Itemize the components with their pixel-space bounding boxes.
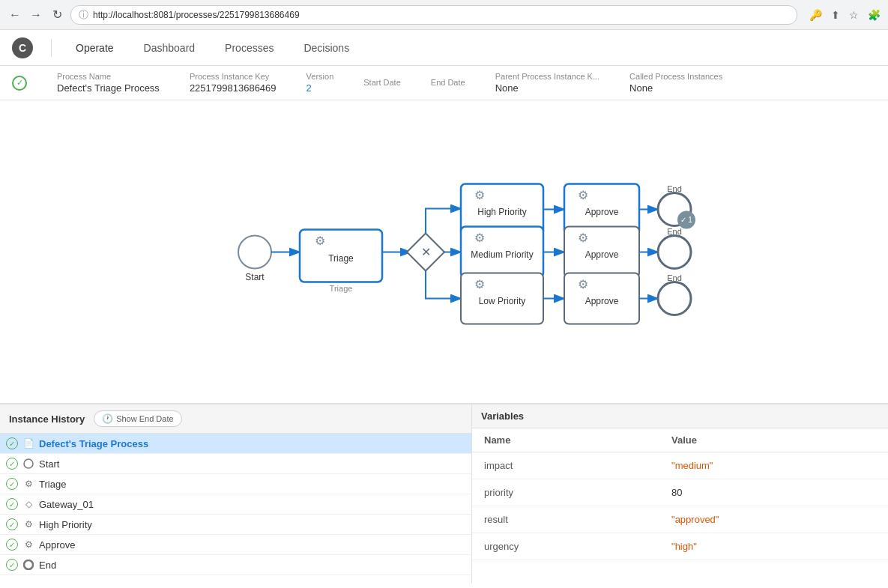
history-status-high: ✓ xyxy=(6,518,18,530)
history-name-start: Start xyxy=(39,458,59,470)
var-name-priority: priority xyxy=(472,479,659,506)
var-value-urgency: "high" xyxy=(659,533,888,560)
history-name-high: High Priority xyxy=(39,519,92,530)
bpmn-diagram-area: Start ⚙ Triage Triage ✕ ⚙ xyxy=(0,100,888,404)
show-end-date-button[interactable]: 🕐 Show End Date xyxy=(94,410,181,427)
var-row-urgency: urgency "high" xyxy=(472,533,888,560)
process-status-icon: ✓ xyxy=(12,76,27,91)
star-icon[interactable]: ☆ xyxy=(849,9,859,21)
approve-low-gear-icon: ⚙ xyxy=(578,278,588,291)
extension-icon[interactable]: 🧩 xyxy=(868,9,881,21)
history-item-triage[interactable]: ✓ ⚙ Triage xyxy=(0,474,471,494)
nav-divider xyxy=(51,39,52,57)
process-name-group: Process Name Defect's Triage Process xyxy=(57,72,160,94)
bottom-panel: Instance History 🕐 Show End Date ✓ 📄 Def… xyxy=(0,404,888,584)
svg-point-2 xyxy=(24,459,33,468)
history-name-end: End xyxy=(39,560,56,571)
history-item-high-priority[interactable]: ✓ ⚙ High Priority xyxy=(0,515,471,535)
var-value-impact: "medium" xyxy=(659,452,888,479)
history-icon-approve: ⚙ xyxy=(22,539,34,551)
history-status-end: ✓ xyxy=(6,559,18,571)
main-content: Start ⚙ Triage Triage ✕ ⚙ xyxy=(0,100,888,584)
nav-dashboard[interactable]: Dashboard xyxy=(138,39,202,57)
history-item-gateway[interactable]: ✓ ◇ Gateway_01 xyxy=(0,494,471,515)
history-name-gateway: Gateway_01 xyxy=(39,499,94,510)
var-value-priority: 80 xyxy=(659,479,888,506)
instance-history-title: Instance History xyxy=(9,413,85,425)
flow-gateway-high xyxy=(426,209,461,234)
nav-operate[interactable]: Operate xyxy=(70,39,120,57)
variables-title: Variables xyxy=(481,410,524,422)
variables-panel: Variables Name Value impact "medium" pri… xyxy=(472,404,888,584)
high-gear-icon: ⚙ xyxy=(474,189,485,201)
history-icon-root: 📄 xyxy=(22,437,34,449)
var-col-value: Value xyxy=(659,428,888,452)
variables-header: Variables xyxy=(472,404,888,428)
start-date-label: Start Date xyxy=(363,78,401,87)
process-info-bar: ✓ Process Name Defect's Triage Process P… xyxy=(0,66,888,100)
start-event[interactable] xyxy=(238,236,271,269)
instance-key-group: Process Instance Key 2251799813686469 xyxy=(190,72,277,94)
history-item-end[interactable]: ✓ End xyxy=(0,555,471,575)
medium-gear-icon: ⚙ xyxy=(474,231,485,244)
refresh-button[interactable]: ↻ xyxy=(49,7,64,22)
end-medium-label: End xyxy=(667,227,682,236)
end-high-label: End xyxy=(667,184,682,193)
history-status-start: ✓ xyxy=(6,458,18,470)
var-name-result: result xyxy=(472,506,659,533)
version-label: Version xyxy=(306,72,334,81)
share-icon[interactable]: ⬆ xyxy=(831,9,840,21)
instance-key-label: Process Instance Key xyxy=(190,72,277,81)
history-name-root: Defect's Triage Process xyxy=(39,438,148,449)
history-status-root: ✓ xyxy=(6,437,18,449)
start-date-group: Start Date xyxy=(363,78,401,88)
address-bar[interactable]: ⓘ http://localhost:8081/processes/225179… xyxy=(70,5,797,25)
end-date-label: End Date xyxy=(431,78,465,87)
triage-gear-icon: ⚙ xyxy=(315,234,325,247)
bpmn-canvas: Start ⚙ Triage Triage ✕ ⚙ xyxy=(0,100,888,403)
end-event-medium[interactable] xyxy=(658,236,691,269)
history-icon-high: ⚙ xyxy=(22,518,34,530)
var-col-name: Name xyxy=(472,428,659,452)
process-name-label: Process Name xyxy=(57,72,160,81)
end-badge-count: 1 xyxy=(688,216,692,224)
parent-instance-label: Parent Process Instance K... xyxy=(495,72,599,81)
var-value-result: "approved" xyxy=(659,506,888,533)
key-icon[interactable]: 🔑 xyxy=(809,9,822,21)
variables-table: Name Value impact "medium" priority 80 r… xyxy=(472,428,888,560)
nav-decisions[interactable]: Decisions xyxy=(297,39,355,57)
parent-instance-value: None xyxy=(495,82,599,94)
svg-point-3 xyxy=(24,560,33,569)
instance-key-value: 2251799813686469 xyxy=(190,82,277,94)
history-item-approve[interactable]: ✓ ⚙ Approve xyxy=(0,535,471,555)
low-gear-icon: ⚙ xyxy=(474,278,485,291)
url-text: http://localhost:8081/processes/22517998… xyxy=(93,10,300,20)
parent-instance-group: Parent Process Instance K... None xyxy=(495,72,599,94)
var-name-urgency: urgency xyxy=(472,533,659,560)
end-date-group: End Date xyxy=(431,78,465,88)
gateway-x-icon: ✕ xyxy=(421,246,431,258)
start-label: Start xyxy=(245,272,265,282)
medium-priority-label: Medium Priority xyxy=(471,249,533,260)
forward-button[interactable]: → xyxy=(28,7,43,22)
end-low-label: End xyxy=(667,273,682,282)
approve-high-label: Approve xyxy=(585,207,619,217)
back-button[interactable]: ← xyxy=(7,7,22,22)
history-item-root[interactable]: ✓ 📄 Defect's Triage Process xyxy=(0,434,471,454)
history-name-triage: Triage xyxy=(39,479,66,490)
called-instances-group: Called Process Instances None xyxy=(629,72,722,94)
approve-high-gear-icon: ⚙ xyxy=(578,189,588,201)
history-item-start[interactable]: ✓ Start xyxy=(0,454,471,474)
end-event-low[interactable] xyxy=(658,282,691,315)
version-value[interactable]: 2 xyxy=(306,82,334,94)
triage-task-label: Triage xyxy=(328,253,354,264)
var-row-impact: impact "medium" xyxy=(472,452,888,479)
nav-processes[interactable]: Processes xyxy=(219,39,280,57)
called-instances-value: None xyxy=(629,82,722,94)
low-priority-label: Low Priority xyxy=(479,296,526,306)
var-name-impact: impact xyxy=(472,452,659,479)
browser-chrome: ← → ↻ ⓘ http://localhost:8081/processes/… xyxy=(0,0,888,30)
history-status-gateway: ✓ xyxy=(6,498,18,510)
var-row-result: result "approved" xyxy=(472,506,888,533)
approve-low-label: Approve xyxy=(585,296,619,306)
